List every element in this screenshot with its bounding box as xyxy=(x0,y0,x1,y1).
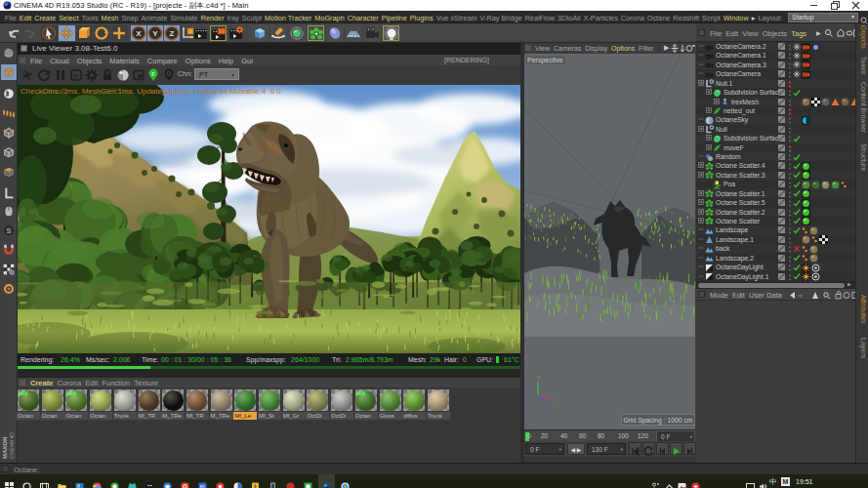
svg-text:Y: Y xyxy=(152,29,158,38)
svg-text:Z: Z xyxy=(544,402,548,408)
svg-text:Y: Y xyxy=(537,375,541,381)
svg-text:Z: Z xyxy=(170,29,175,38)
svg-text:81: 81 xyxy=(200,483,206,488)
svg-text:R: R xyxy=(73,72,79,81)
svg-text:S: S xyxy=(7,226,12,235)
svg-text:X: X xyxy=(551,396,555,402)
svg-text:X: X xyxy=(136,29,142,38)
svg-text:CheckDins:/3ms. MeshGen:1ms. U: CheckDins:/3ms. MeshGen:1ms. Update[M]:0… xyxy=(21,87,281,96)
